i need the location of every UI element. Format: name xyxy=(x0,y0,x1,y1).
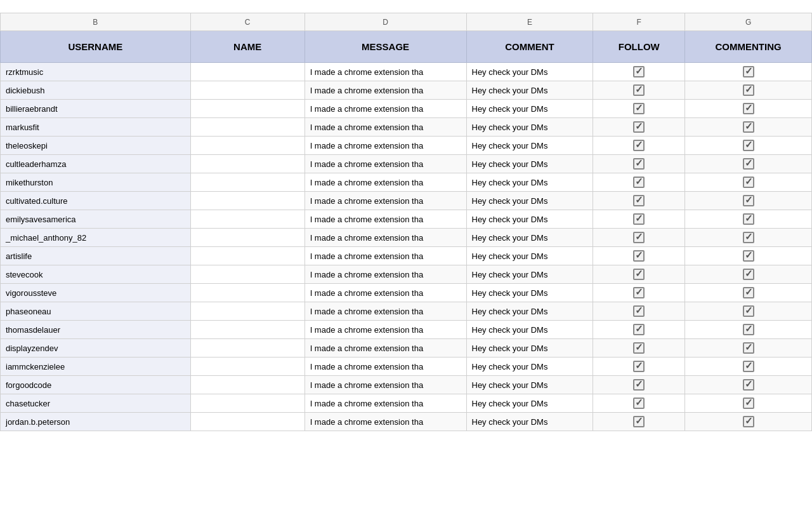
cell-commenting-checkbox[interactable] xyxy=(685,137,812,155)
follow-check-icon xyxy=(633,103,645,114)
table-row: vigoroussteveI made a chrome extension t… xyxy=(1,284,812,302)
cell-commenting-checkbox[interactable] xyxy=(685,192,812,210)
cell-name xyxy=(190,247,304,265)
cell-commenting-checkbox[interactable] xyxy=(685,321,812,339)
cell-commenting-checkbox[interactable] xyxy=(685,358,812,376)
cell-follow-checkbox[interactable] xyxy=(593,321,685,339)
cell-commenting-checkbox[interactable] xyxy=(685,81,812,100)
cell-commenting-checkbox[interactable] xyxy=(685,265,812,284)
commenting-check-icon xyxy=(743,103,754,114)
cell-commenting-checkbox[interactable] xyxy=(685,247,812,265)
cell-follow-checkbox[interactable] xyxy=(593,229,685,247)
cell-follow-checkbox[interactable] xyxy=(593,376,685,394)
commenting-check-icon xyxy=(743,269,754,280)
cell-name xyxy=(190,100,304,118)
table-row: billieraebrandtI made a chrome extension… xyxy=(1,100,812,118)
cell-commenting-checkbox[interactable] xyxy=(685,63,812,81)
cell-follow-checkbox[interactable] xyxy=(593,394,685,413)
cell-follow-checkbox[interactable] xyxy=(593,137,685,155)
table-row: cultivated.cultureI made a chrome extens… xyxy=(1,192,812,210)
cell-follow-checkbox[interactable] xyxy=(593,100,685,118)
header-username: USERNAME xyxy=(1,31,191,63)
commenting-check-icon xyxy=(743,66,754,77)
cell-commenting-checkbox[interactable] xyxy=(685,229,812,247)
table-row: artislifeI made a chrome extension thaHe… xyxy=(1,247,812,265)
header-comment: COMMENT xyxy=(466,31,593,63)
cell-commenting-checkbox[interactable] xyxy=(685,413,812,431)
cell-comment: Hey check your DMs xyxy=(466,118,593,137)
col-letter-d: D xyxy=(304,13,466,31)
cell-follow-checkbox[interactable] xyxy=(593,265,685,284)
cell-follow-checkbox[interactable] xyxy=(593,247,685,265)
cell-comment: Hey check your DMs xyxy=(466,100,593,118)
cell-comment: Hey check your DMs xyxy=(466,302,593,321)
cell-commenting-checkbox[interactable] xyxy=(685,394,812,413)
cell-username: thomasdelauer xyxy=(1,321,191,339)
header-row: USERNAME NAME MESSAGE COMMENT FOLLOW COM… xyxy=(1,31,812,63)
cell-commenting-checkbox[interactable] xyxy=(685,210,812,229)
commenting-check-icon xyxy=(743,250,754,262)
cell-follow-checkbox[interactable] xyxy=(593,413,685,431)
cell-comment: Hey check your DMs xyxy=(466,229,593,247)
follow-check-icon xyxy=(633,305,645,317)
cell-message: I made a chrome extension tha xyxy=(304,100,466,118)
cell-message: I made a chrome extension tha xyxy=(304,265,466,284)
cell-follow-checkbox[interactable] xyxy=(593,302,685,321)
cell-follow-checkbox[interactable] xyxy=(593,173,685,192)
table-row: cultleaderhamzaI made a chrome extension… xyxy=(1,155,812,173)
cell-follow-checkbox[interactable] xyxy=(593,339,685,358)
cell-follow-checkbox[interactable] xyxy=(593,155,685,173)
cell-commenting-checkbox[interactable] xyxy=(685,100,812,118)
cell-name xyxy=(190,358,304,376)
cell-follow-checkbox[interactable] xyxy=(593,63,685,81)
commenting-check-icon xyxy=(743,342,754,354)
cell-commenting-checkbox[interactable] xyxy=(685,118,812,137)
cell-follow-checkbox[interactable] xyxy=(593,358,685,376)
cell-follow-checkbox[interactable] xyxy=(593,81,685,100)
cell-comment: Hey check your DMs xyxy=(466,394,593,413)
follow-check-icon xyxy=(633,398,645,409)
cell-commenting-checkbox[interactable] xyxy=(685,302,812,321)
cell-commenting-checkbox[interactable] xyxy=(685,376,812,394)
col-letter-c: C xyxy=(190,13,304,31)
table-row: mikethurstonI made a chrome extension th… xyxy=(1,173,812,192)
commenting-check-icon xyxy=(743,398,754,409)
cell-follow-checkbox[interactable] xyxy=(593,284,685,302)
cell-username: rzrktmusic xyxy=(1,63,191,81)
follow-check-icon xyxy=(633,416,645,427)
cell-commenting-checkbox[interactable] xyxy=(685,284,812,302)
cell-comment: Hey check your DMs xyxy=(466,63,593,81)
table-row: _michael_anthony_82I made a chrome exten… xyxy=(1,229,812,247)
cell-username: mikethurston xyxy=(1,173,191,192)
cell-comment: Hey check your DMs xyxy=(466,265,593,284)
table-row: phaseoneauI made a chrome extension thaH… xyxy=(1,302,812,321)
cell-follow-checkbox[interactable] xyxy=(593,210,685,229)
cell-commenting-checkbox[interactable] xyxy=(685,155,812,173)
cell-username: vigoroussteve xyxy=(1,284,191,302)
cell-name xyxy=(190,321,304,339)
table-row: stevecookI made a chrome extension thaHe… xyxy=(1,265,812,284)
cell-commenting-checkbox[interactable] xyxy=(685,339,812,358)
cell-name xyxy=(190,284,304,302)
cell-username: phaseoneau xyxy=(1,302,191,321)
cell-message: I made a chrome extension tha xyxy=(304,247,466,265)
table-row: jordan.b.petersonI made a chrome extensi… xyxy=(1,413,812,431)
cell-comment: Hey check your DMs xyxy=(466,358,593,376)
commenting-check-icon xyxy=(743,84,754,96)
follow-check-icon xyxy=(633,195,645,206)
cell-message: I made a chrome extension tha xyxy=(304,155,466,173)
cell-follow-checkbox[interactable] xyxy=(593,192,685,210)
cell-username: markusfit xyxy=(1,118,191,137)
follow-check-icon xyxy=(633,140,645,151)
cell-follow-checkbox[interactable] xyxy=(593,118,685,137)
commenting-check-icon xyxy=(743,416,754,427)
cell-username: theleoskepi xyxy=(1,137,191,155)
cell-message: I made a chrome extension tha xyxy=(304,118,466,137)
follow-check-icon xyxy=(633,177,645,188)
cell-commenting-checkbox[interactable] xyxy=(685,173,812,192)
cell-comment: Hey check your DMs xyxy=(466,210,593,229)
commenting-check-icon xyxy=(743,195,754,206)
col-letter-e: E xyxy=(466,13,593,31)
cell-name xyxy=(190,229,304,247)
cell-username: emilysavesamerica xyxy=(1,210,191,229)
